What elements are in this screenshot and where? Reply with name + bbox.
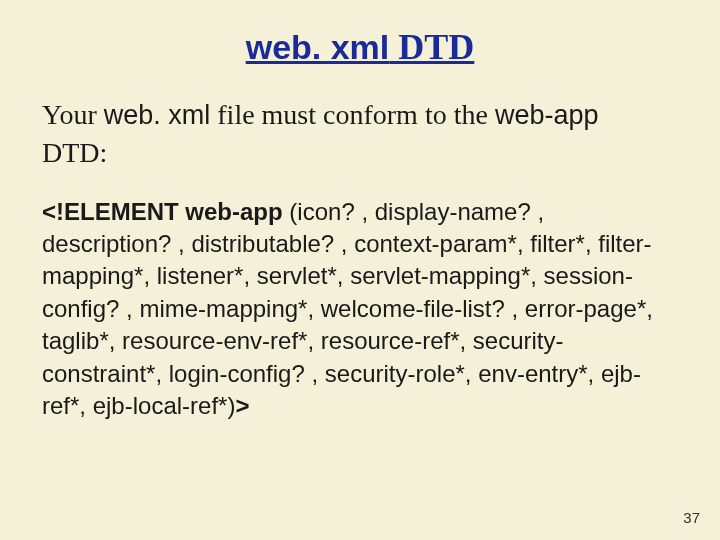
slide: web. xml DTD Your web. xml file must con… xyxy=(0,0,720,540)
slide-title: web. xml DTD xyxy=(42,26,678,68)
dtd-bold-start: <!ELEMENT web-app xyxy=(42,198,283,225)
dtd-bold-end: > xyxy=(235,392,249,419)
dtd-body: (icon? , display-name? , description? , … xyxy=(42,198,653,419)
intro-paragraph: Your web. xml file must conform to the w… xyxy=(42,96,678,172)
title-code: web. xml xyxy=(246,28,390,66)
intro-text-3: DTD: xyxy=(42,137,107,168)
dtd-block: <!ELEMENT web-app (icon? , display-name?… xyxy=(42,196,678,423)
intro-text-1: Your xyxy=(42,99,104,130)
page-number: 37 xyxy=(683,509,700,526)
intro-code-2: web-app xyxy=(495,100,599,130)
intro-code-1: web. xml xyxy=(104,100,211,130)
title-rest: DTD xyxy=(389,27,474,67)
intro-text-2: file must conform to the xyxy=(210,99,495,130)
